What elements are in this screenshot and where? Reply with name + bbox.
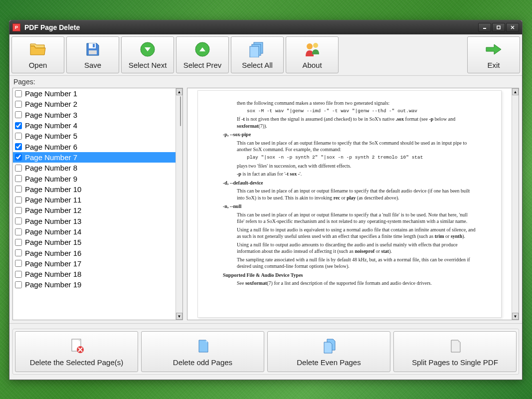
minimize-button[interactable] bbox=[478, 23, 491, 32]
page-label: Page Number 16 bbox=[25, 249, 81, 257]
page-list-item[interactable]: Page Number 19 bbox=[13, 279, 176, 290]
page-label: Page Number 15 bbox=[25, 238, 81, 246]
exit-arrow-icon bbox=[485, 41, 502, 58]
page-list-item[interactable]: Page Number 8 bbox=[13, 163, 176, 173]
page-checkbox[interactable] bbox=[15, 217, 22, 224]
page-list-item[interactable]: Page Number 1 bbox=[13, 88, 176, 99]
page-list-item[interactable]: Page Number 16 bbox=[13, 247, 176, 258]
page-checkbox[interactable] bbox=[15, 239, 22, 246]
page-list-item[interactable]: Page Number 5 bbox=[13, 131, 176, 141]
preview-code: play "|sox -n -p synth 2" "|sox -n -p sy… bbox=[247, 155, 476, 161]
page-checkbox[interactable] bbox=[15, 165, 22, 172]
delete-odd-button[interactable]: Delete odd Pages bbox=[141, 331, 264, 372]
preview-line: Using a null file to input audio is equi… bbox=[237, 226, 476, 240]
page-checkbox[interactable] bbox=[15, 281, 22, 288]
page-list-item[interactable]: Page Number 12 bbox=[13, 205, 176, 215]
preview-line: Using a null file to output audio amount… bbox=[237, 241, 476, 255]
page-checkbox[interactable] bbox=[15, 154, 22, 161]
page-checkbox[interactable] bbox=[15, 228, 22, 235]
maximize-button[interactable] bbox=[492, 23, 505, 32]
preview-line: -p is in fact an alias for '-t sox -'. bbox=[237, 171, 476, 178]
preview-scrollbar[interactable]: ▲ ▼ bbox=[512, 88, 519, 320]
select-all-label: Select All bbox=[242, 61, 273, 69]
bottom-toolbar: Delete the Selected Page(s) Delete odd P… bbox=[9, 323, 522, 380]
page-list-item[interactable]: Page Number 17 bbox=[13, 258, 176, 269]
page-list-item[interactable]: Page Number 2 bbox=[13, 99, 176, 109]
page-label: Page Number 9 bbox=[25, 175, 77, 183]
split-pages-button[interactable]: Split Pages to Single PDF bbox=[393, 331, 517, 372]
titlebar[interactable]: P PDF Page Delete bbox=[9, 20, 522, 34]
exit-button[interactable]: Exit bbox=[467, 36, 520, 73]
page-checkbox[interactable] bbox=[15, 197, 22, 203]
page-list-item[interactable]: Page Number 18 bbox=[13, 269, 176, 279]
page-checkbox[interactable] bbox=[15, 143, 22, 150]
select-prev-button[interactable]: Select Prev bbox=[176, 36, 229, 73]
close-icon bbox=[510, 25, 515, 30]
svg-point-13 bbox=[313, 43, 318, 48]
folder-open-icon bbox=[29, 41, 46, 58]
page-list-item[interactable]: Page Number 9 bbox=[13, 173, 176, 184]
page-list-item[interactable]: Page Number 6 bbox=[13, 141, 176, 152]
page-label: Page Number 10 bbox=[25, 185, 81, 194]
arrow-down-circle-icon bbox=[139, 41, 156, 58]
preview-option: -d, --default-device bbox=[223, 180, 476, 187]
page-list-item[interactable]: Page Number 13 bbox=[13, 216, 176, 226]
page-list-item[interactable]: Page Number 14 bbox=[13, 226, 176, 237]
page-list[interactable]: Page Number 1Page Number 2Page Number 3P… bbox=[13, 88, 176, 320]
page-checkbox[interactable] bbox=[15, 207, 22, 214]
page-checkbox[interactable] bbox=[15, 271, 22, 278]
page-even-icon bbox=[320, 337, 338, 355]
about-button[interactable]: About bbox=[286, 36, 339, 73]
preview-line: The sampling rate associated with a null… bbox=[237, 256, 476, 270]
svg-rect-1 bbox=[497, 26, 500, 29]
delete-selected-button[interactable]: Delete the Selected Page(s) bbox=[15, 331, 138, 372]
page-label: Page Number 8 bbox=[25, 164, 77, 172]
page-checkbox[interactable] bbox=[15, 186, 22, 193]
delete-even-button[interactable]: Delete Even Pages bbox=[267, 331, 390, 372]
page-list-item[interactable]: Page Number 11 bbox=[13, 195, 176, 205]
page-checkbox[interactable] bbox=[15, 90, 22, 97]
page-checkbox[interactable] bbox=[15, 260, 22, 267]
open-button[interactable]: Open bbox=[11, 36, 64, 73]
page-checkbox[interactable] bbox=[15, 122, 22, 129]
preview-option: -n, --null bbox=[223, 203, 476, 210]
scroll-down-button[interactable]: ▼ bbox=[176, 313, 182, 320]
split-label: Split Pages to Single PDF bbox=[412, 358, 498, 367]
preview-line: plays two 'files' in succession, each wi… bbox=[237, 163, 476, 170]
select-next-button[interactable]: Select Next bbox=[121, 36, 174, 73]
page-label: Page Number 7 bbox=[25, 153, 77, 162]
scroll-thumb[interactable] bbox=[180, 96, 181, 126]
select-next-label: Select Next bbox=[129, 61, 167, 69]
window-title: PDF Page Delete bbox=[24, 23, 478, 31]
scroll-down-button[interactable]: ▼ bbox=[512, 313, 519, 320]
page-label: Page Number 4 bbox=[25, 121, 77, 130]
page-label: Page Number 12 bbox=[25, 206, 81, 214]
page-list-item[interactable]: Page Number 3 bbox=[13, 110, 176, 120]
select-all-button[interactable]: Select All bbox=[231, 36, 284, 73]
page-list-item[interactable]: Page Number 7 bbox=[13, 152, 176, 163]
page-label: Page Number 5 bbox=[25, 132, 77, 140]
delete-selected-label: Delete the Selected Page(s) bbox=[30, 358, 124, 367]
people-icon bbox=[304, 41, 321, 58]
page-list-item[interactable]: Page Number 4 bbox=[13, 120, 176, 131]
page-list-item[interactable]: Page Number 15 bbox=[13, 237, 176, 247]
save-button[interactable]: Save bbox=[66, 36, 119, 73]
scroll-up-button[interactable]: ▲ bbox=[512, 88, 519, 95]
delete-odd-label: Delete odd Pages bbox=[173, 358, 232, 367]
preview-panel: then the following command makes a stere… bbox=[187, 88, 519, 320]
close-button[interactable] bbox=[506, 23, 519, 32]
scroll-up-button[interactable]: ▲ bbox=[176, 88, 182, 95]
page-checkbox[interactable] bbox=[15, 111, 22, 118]
arrow-up-circle-icon bbox=[194, 41, 211, 58]
preview-line: then the following command makes a stere… bbox=[237, 100, 476, 107]
pages-label: Pages: bbox=[9, 76, 522, 88]
page-list-item[interactable]: Page Number 10 bbox=[13, 184, 176, 195]
preview-heading: Supported File & Audio Device Types bbox=[223, 272, 476, 279]
open-label: Open bbox=[29, 61, 47, 69]
page-list-scrollbar[interactable]: ▲ ▼ bbox=[176, 88, 182, 320]
page-checkbox[interactable] bbox=[15, 133, 22, 140]
page-checkbox[interactable] bbox=[15, 101, 22, 108]
page-checkbox[interactable] bbox=[15, 249, 22, 256]
page-split-icon bbox=[446, 337, 464, 355]
page-checkbox[interactable] bbox=[15, 175, 22, 182]
